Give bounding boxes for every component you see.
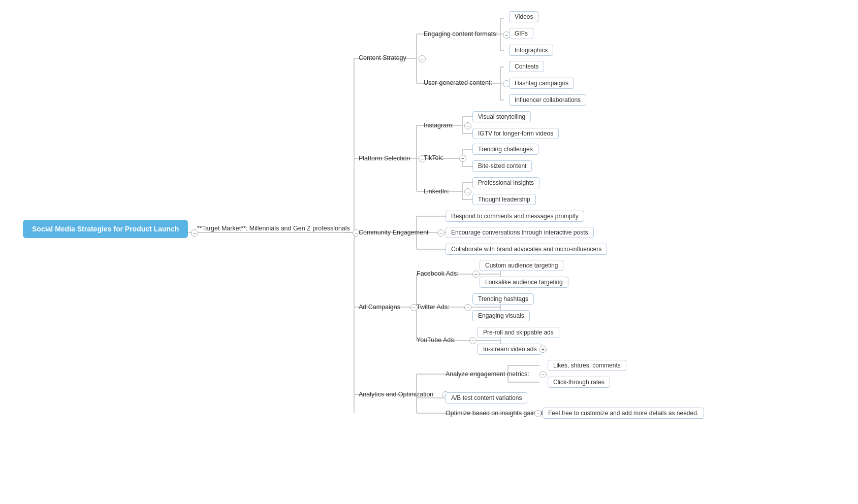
linkedin-label: LinkedIn: (424, 188, 450, 195)
facebook-ads-label: Facebook Ads: (417, 270, 459, 277)
leaf-trending-challenges: Trending challenges (472, 145, 538, 153)
engagement-metrics-collapse[interactable]: − (537, 371, 549, 378)
leaf-trending-hashtags: Trending hashtags (472, 295, 534, 303)
leaf-bite-sized: Bite-sized content (472, 162, 532, 170)
leaf-brand-advocates: Collaborate with brand advocates and mic… (446, 245, 607, 253)
instagram-collapse[interactable]: − (462, 122, 473, 129)
instream-expand-icon[interactable]: + (537, 345, 549, 353)
leaf-videos: Videos (509, 13, 538, 20)
ad-campaigns-label: Ad Campaigns (359, 304, 400, 311)
analytics-label: Analytics and Optimization (359, 391, 433, 398)
content-strategy-collapse[interactable]: − (417, 55, 428, 62)
linkedin-collapse[interactable]: − (462, 188, 473, 195)
leaf-click-through: Click-through rates (548, 378, 610, 386)
leaf-preroll-ads: Pre-roll and skippable ads (478, 328, 559, 336)
content-strategy-text: Content Strategy (359, 54, 406, 61)
youtube-ads-label: YouTube Ads: (417, 337, 456, 344)
ugc-label: User-generated content: (424, 79, 492, 86)
root-label: Social Media Strategies for Product Laun… (32, 225, 179, 233)
leaf-encourage-conversations: Encourage conversations through interact… (446, 228, 594, 236)
engagement-metrics-label: Analyze engagement metrics: (446, 371, 529, 378)
tiktok-collapse[interactable]: − (457, 154, 468, 162)
twitter-ads-label: Twitter Ads: (417, 304, 450, 311)
leaf-feel-free: Feel free to customize and add more deta… (543, 409, 704, 417)
leaf-ab-test: A/B test content variations (446, 394, 527, 401)
leaf-gifs: GIFs (509, 29, 533, 37)
leaf-likes-shares: Likes, shares, comments (548, 361, 626, 369)
platform-selection-label: Platform Selection (359, 155, 410, 162)
leaf-infographics: Infographics (509, 46, 553, 54)
tiktok-label: TikTok: (424, 154, 443, 161)
leaf-instream-ads: In-stream video ads (478, 345, 542, 353)
youtube-ads-collapse[interactable]: − (467, 337, 479, 344)
leaf-engaging-visuals: Engaging visuals (472, 312, 530, 319)
optimize-label: Optimize based on insights gained (446, 410, 543, 417)
leaf-contests: Contests (509, 62, 544, 70)
target-market-label: **Target Market**: Millennials and Gen Z… (197, 225, 350, 232)
leaf-thought-leadership: Thought leadership (472, 195, 536, 203)
twitter-ads-collapse[interactable]: − (462, 304, 473, 311)
leaf-igtv: IGTV for longer-form videos (472, 129, 559, 137)
leaf-influencer-collab: Influencer collaborations (509, 96, 586, 104)
leaf-respond-comments: Respond to comments and messages promptl… (446, 212, 584, 220)
engaging-formats-label: Engaging content formats: (424, 30, 498, 38)
root-node[interactable]: Social Media Strategies for Product Laun… (23, 220, 188, 238)
leaf-hashtag-campaigns: Hashtag campaigns (509, 79, 574, 87)
target-market-text: **Target Market**: Millennials and Gen Z… (197, 225, 350, 232)
leaf-custom-audience: Custom audience targeting (480, 261, 563, 269)
connector-lines (0, 0, 858, 504)
instagram-label: Instagram: (424, 122, 454, 129)
leaf-lookalike-audience: Lookalike audience targeting (480, 278, 568, 286)
leaf-professional-insights: Professional insights (472, 179, 539, 186)
community-engagement-label: Community Engagement (359, 229, 429, 236)
content-strategy-label: Content Strategy (359, 54, 406, 61)
leaf-visual-storytelling: Visual storytelling (472, 113, 531, 120)
community-engagement-collapse[interactable]: − (435, 229, 447, 237)
optimize-collapse[interactable]: − (532, 410, 544, 417)
mindmap-canvas: Social Media Strategies for Product Laun… (0, 0, 858, 504)
